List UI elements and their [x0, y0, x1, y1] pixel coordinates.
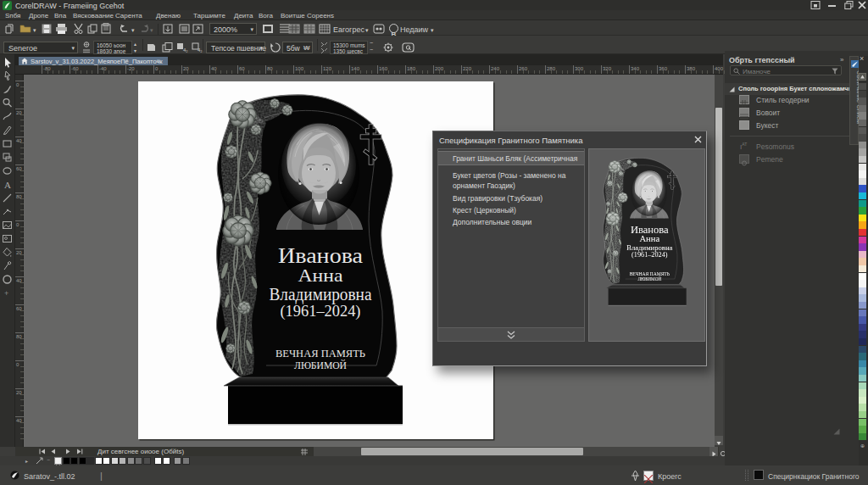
svg-text:ЛЮБИМОЙ: ЛЮБИМОЙ	[294, 359, 347, 371]
svg-text:Анна: Анна	[298, 265, 344, 286]
svg-text:Иванова: Иванова	[278, 243, 363, 268]
svg-text:4₂: 4₂	[183, 47, 188, 53]
svg-text:ВЕЧНАЯ ПАМЯТЬ: ВЕЧНАЯ ПАМЯТЬ	[275, 347, 366, 360]
svg-text:(1961–2024): (1961–2024)	[281, 302, 361, 321]
svg-text:A: A	[4, 180, 11, 190]
